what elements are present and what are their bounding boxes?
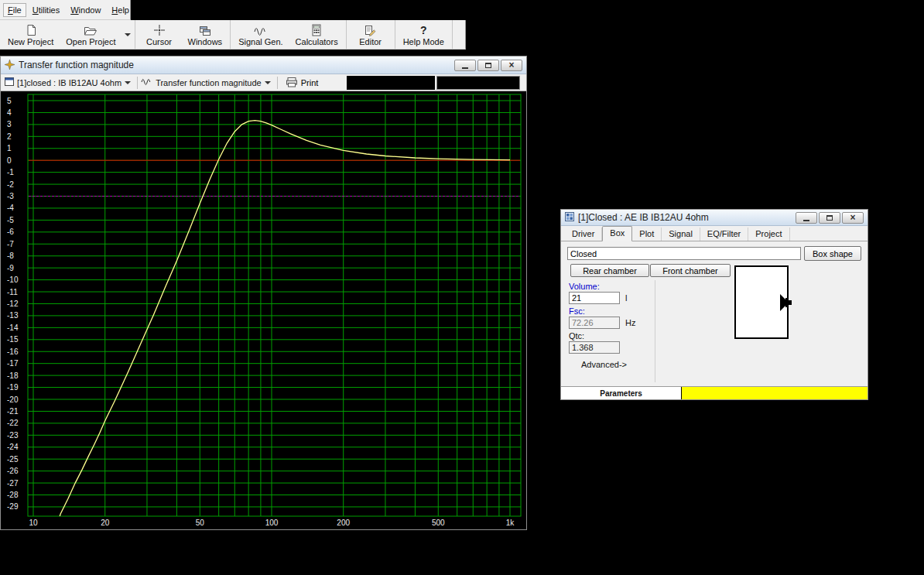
printer-icon — [286, 77, 298, 89]
toolbar-separator — [137, 77, 138, 89]
svg-text:-9: -9 — [7, 264, 14, 272]
maximize-button[interactable] — [477, 60, 499, 71]
plot-window-icon — [5, 60, 15, 71]
box-type-field[interactable] — [567, 247, 801, 260]
maximize-icon — [485, 63, 491, 68]
plot-window-titlebar[interactable]: Transfer function magnitude × — [1, 56, 526, 74]
driver-icon — [780, 291, 792, 314]
sine-wave-icon — [254, 23, 268, 36]
qtc-input — [569, 341, 620, 354]
svg-text:-19: -19 — [7, 383, 19, 392]
signal-gen-button[interactable]: Signal Gen. — [232, 21, 289, 48]
volume-input[interactable] — [569, 292, 620, 304]
box-window-icon — [565, 212, 574, 223]
transfer-function-chart[interactable]: 543210-1-2-3-4-5-6-7-8-9-10-11-12-13-14-… — [1, 91, 526, 529]
menu-window[interactable]: Window — [66, 3, 105, 17]
windows-button[interactable]: Windows — [182, 21, 229, 48]
open-folder-icon — [84, 23, 98, 36]
close-icon: × — [850, 213, 855, 222]
tab-project[interactable]: Project — [748, 228, 789, 241]
parameters-header[interactable]: Parameters — [561, 387, 682, 399]
sine-wave-icon — [141, 77, 152, 87]
svg-text:-18: -18 — [7, 371, 19, 380]
svg-text:0: 0 — [7, 156, 12, 165]
project-selector[interactable]: [1]closed : IB IB12AU 4ohm — [3, 75, 135, 91]
minimize-button[interactable] — [796, 212, 817, 224]
svg-text:-26: -26 — [7, 467, 19, 475]
toolbar-group-view: Cursor Windows — [135, 20, 231, 49]
front-chamber-button[interactable]: Front chamber — [650, 264, 731, 277]
window-icon — [5, 77, 14, 87]
open-project-button[interactable]: Open Project — [60, 21, 121, 48]
svg-text:2: 2 — [7, 132, 12, 141]
svg-text:50: 50 — [196, 519, 205, 527]
svg-text:-6: -6 — [7, 228, 14, 236]
cursor-readout-1 — [347, 76, 435, 90]
tab-driver[interactable]: Driver — [565, 228, 602, 241]
menu-help[interactable]: Help — [107, 3, 134, 17]
close-button[interactable]: × — [842, 212, 864, 224]
close-button[interactable]: × — [501, 60, 522, 71]
tab-signal[interactable]: Signal — [662, 228, 700, 241]
svg-text:-23: -23 — [7, 431, 19, 440]
editor-button[interactable]: Editor — [348, 21, 393, 48]
new-document-icon — [26, 23, 36, 36]
fsc-input — [569, 317, 620, 329]
toolbar-separator — [277, 77, 278, 89]
svg-text:-8: -8 — [7, 252, 14, 260]
help-mode-button[interactable]: ? Help Mode — [397, 21, 450, 48]
tab-eq-filter[interactable]: EQ/Filter — [700, 228, 748, 241]
svg-text:-27: -27 — [7, 479, 19, 488]
svg-text:-25: -25 — [7, 455, 19, 464]
chevron-down-icon — [125, 33, 131, 36]
plot-area[interactable]: 543210-1-2-3-4-5-6-7-8-9-10-11-12-13-14-… — [1, 91, 526, 529]
new-project-button[interactable]: New Project — [2, 21, 60, 48]
menu-bar: File Utilities Window Help — [0, 0, 131, 20]
advanced-link[interactable]: Advanced-> — [569, 360, 655, 369]
svg-text:3: 3 — [7, 120, 12, 128]
svg-text:-16: -16 — [7, 347, 19, 356]
tab-plot[interactable]: Plot — [632, 228, 662, 241]
box-shape-drawing — [734, 265, 789, 339]
close-icon: × — [508, 60, 514, 70]
svg-text:1k: 1k — [506, 519, 515, 527]
toolbar-group-project: New Project Open Project — [0, 20, 135, 49]
svg-text:-29: -29 — [7, 502, 19, 511]
main-toolbar: New Project Open Project Cursor Windows — [0, 20, 466, 50]
calculators-button[interactable]: Calculators — [289, 21, 344, 48]
svg-text:-15: -15 — [7, 335, 19, 344]
svg-text:-21: -21 — [7, 407, 19, 416]
menu-file[interactable]: File — [3, 3, 26, 17]
menu-utilities[interactable]: Utilities — [28, 3, 64, 17]
minimize-icon — [803, 220, 809, 221]
svg-text:-24: -24 — [7, 443, 19, 451]
svg-text:4: 4 — [7, 108, 12, 117]
minimize-button[interactable] — [454, 60, 476, 71]
svg-text:-22: -22 — [7, 419, 19, 427]
maximize-button[interactable] — [819, 212, 840, 224]
svg-text:-11: -11 — [7, 288, 18, 296]
toolbar-group-help: ? Help Mode — [395, 20, 453, 49]
cursor-button[interactable]: Cursor — [137, 21, 182, 48]
toolbar-group-editor: Editor — [347, 20, 395, 49]
svg-text:-5: -5 — [7, 216, 14, 224]
tab-box[interactable]: Box — [602, 226, 632, 241]
box-window-titlebar[interactable]: [1]Closed : AE IB IB12AU 4ohm × — [561, 210, 868, 226]
svg-text:-14: -14 — [7, 323, 19, 332]
svg-text:100: 100 — [265, 519, 279, 527]
open-project-dropdown[interactable] — [122, 21, 133, 48]
svg-text:5: 5 — [7, 97, 12, 105]
print-button[interactable]: Print — [279, 77, 325, 89]
parameters-bar: Parameters — [561, 386, 868, 399]
svg-text:-17: -17 — [7, 359, 19, 368]
svg-text:-20: -20 — [7, 395, 19, 404]
plot-type-selector[interactable]: Transfer function magnitude — [139, 75, 275, 91]
box-window-tabs: Driver Box Plot Signal EQ/Filter Project — [561, 226, 868, 241]
cascade-windows-icon — [199, 23, 211, 36]
plot-window-title: Transfer function magnitude — [19, 60, 450, 70]
volume-unit: l — [625, 293, 627, 303]
crosshair-icon — [153, 23, 166, 36]
rear-chamber-button[interactable]: Rear chamber — [570, 264, 649, 277]
transfer-function-window: Transfer function magnitude × [1]closed … — [0, 56, 527, 530]
box-shape-button[interactable]: Box shape — [804, 246, 861, 261]
